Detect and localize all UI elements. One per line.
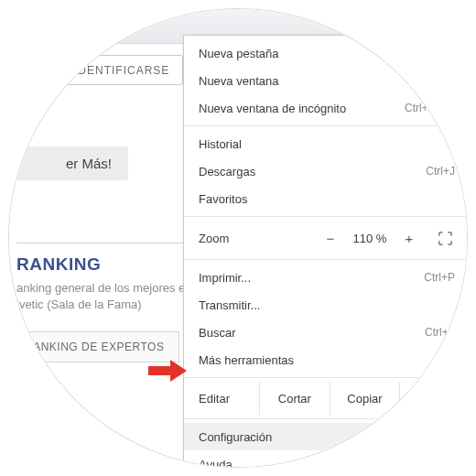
callout-arrow-icon	[148, 359, 187, 383]
chrome-main-menu: Nueva pestaña Nueva ventana Nueva ventan…	[183, 35, 467, 467]
menu-incognito[interactable]: Nueva ventana de incógnito Ctrl+Mayu	[184, 94, 467, 122]
identify-button[interactable]: ➜ IDENTIFICARSE	[44, 55, 183, 85]
fullscreen-icon	[438, 232, 452, 245]
menu-separator	[184, 125, 467, 126]
menu-edit-row: Editar Cortar Copiar Pega	[184, 382, 467, 415]
zoom-out-button[interactable]: −	[318, 226, 343, 250]
identify-label: IDENTIFICARSE	[74, 64, 169, 77]
menu-separator	[184, 418, 467, 419]
svg-marker-0	[148, 360, 187, 382]
menu-separator	[184, 216, 467, 217]
tab-ranking-experts[interactable]: RANKING DE EXPERTOS	[9, 331, 179, 362]
menu-cast[interactable]: Transmitir...	[184, 291, 467, 319]
menu-edit-label: Editar	[184, 382, 259, 415]
menu-downloads[interactable]: Descargas Ctrl+J	[184, 157, 467, 185]
menu-print[interactable]: Imprimir... Ctrl+P	[184, 264, 467, 291]
menu-new-tab[interactable]: Nueva pestaña	[184, 39, 467, 67]
menu-separator	[184, 377, 467, 378]
menu-paste[interactable]: Pega	[399, 382, 467, 415]
menu-find[interactable]: Buscar Ctrl+F	[184, 319, 467, 346]
login-icon: ➜	[58, 63, 69, 77]
menu-copy[interactable]: Copiar	[330, 382, 400, 415]
menu-separator	[184, 259, 467, 260]
menu-new-window[interactable]: Nueva ventana	[184, 67, 467, 94]
zoom-in-button[interactable]: +	[396, 226, 422, 250]
menu-cut[interactable]: Cortar	[259, 382, 330, 415]
menu-settings[interactable]: Configuración	[184, 423, 467, 450]
fullscreen-button[interactable]	[431, 226, 459, 250]
zoom-value: 110 %	[347, 232, 393, 245]
menu-more-tools[interactable]: Más herramientas	[184, 346, 467, 373]
menu-zoom-row: Zoom − 110 % +	[184, 221, 467, 255]
see-more-button[interactable]: er Más!	[9, 146, 128, 180]
menu-bookmarks[interactable]: Favoritos	[184, 185, 467, 212]
menu-history[interactable]: Historial	[184, 130, 467, 157]
menu-help[interactable]: Ayuda	[184, 450, 467, 467]
